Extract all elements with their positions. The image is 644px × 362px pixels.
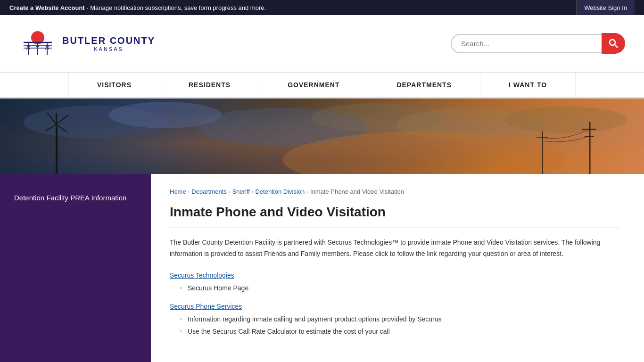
section-securus-technologies: Securus Technologies Securus Home Page	[170, 272, 620, 293]
nav-item-government[interactable]: GOVERNMENT	[259, 73, 368, 97]
content-wrapper: Detention Facility PREA Information Home…	[0, 174, 644, 362]
hero-silhouette	[0, 99, 644, 174]
top-bar: Create a Website Account - Manage notifi…	[0, 0, 644, 15]
main-content: Home › Departments › Sheriff › Detention…	[151, 174, 644, 362]
breadcrumb-departments[interactable]: Departments	[191, 188, 226, 195]
top-bar-message: Create a Website Account - Manage notifi…	[9, 4, 266, 11]
main-navigation: VISITORS RESIDENTS GOVERNMENT DEPARTMENT…	[0, 72, 644, 99]
hero-banner	[0, 99, 644, 174]
breadcrumb-sheriff[interactable]: Sheriff	[232, 188, 249, 195]
breadcrumb-detention-division[interactable]: Detention Division	[255, 188, 305, 195]
nav-item-residents[interactable]: RESIDENTS	[160, 73, 259, 97]
intro-text: The Butler County Detention Facility is …	[170, 237, 620, 260]
svg-point-25	[504, 107, 627, 133]
nav-item-i-want-to[interactable]: I WANT TO	[480, 73, 576, 97]
svg-rect-32	[589, 122, 591, 174]
svg-line-18	[615, 45, 618, 48]
search-input[interactable]	[451, 34, 602, 53]
section1-list: Securus Home Page	[170, 283, 620, 293]
svg-rect-27	[56, 113, 57, 174]
page-title: Inmate Phone and Video Visitation	[170, 205, 620, 228]
sidebar: Detention Facility PREA Information	[0, 174, 151, 362]
search-icon	[609, 39, 618, 48]
logo-area[interactable]: BUTLER COUNTY KANSAS	[19, 25, 155, 62]
sidebar-link-prea[interactable]: Detention Facility PREA Information	[14, 194, 126, 202]
nav-item-departments[interactable]: DEPARTMENTS	[368, 73, 480, 97]
section2-list: Information regarding inmate calling and…	[170, 314, 620, 337]
site-header: BUTLER COUNTY KANSAS	[0, 15, 644, 72]
top-bar-description: - Manage notification subscriptions, sav…	[86, 4, 266, 11]
nav-item-visitors[interactable]: VISITORS	[68, 73, 160, 97]
list-item: Use the Securus Call Rate Calculator to …	[179, 326, 620, 337]
search-button[interactable]	[602, 33, 625, 54]
search-area	[451, 33, 625, 54]
create-account-bold[interactable]: Create a Website Account	[9, 4, 85, 11]
list-item: Securus Home Page	[179, 283, 620, 293]
breadcrumb: Home › Departments › Sheriff › Detention…	[170, 188, 620, 195]
breadcrumb-home[interactable]: Home	[170, 188, 186, 195]
securus-phone-services-link[interactable]: Securus Phone Services	[170, 303, 620, 310]
breadcrumb-sep-3: ›	[252, 189, 254, 195]
breadcrumb-sep-4: ›	[306, 189, 308, 195]
list-item: Information regarding inmate calling and…	[179, 314, 620, 324]
county-name: BUTLER COUNTY	[62, 35, 155, 46]
breadcrumb-sep-2: ›	[229, 189, 231, 195]
securus-technologies-link[interactable]: Securus Technologies	[170, 272, 620, 279]
breadcrumb-sep-1: ›	[188, 189, 190, 195]
state-name: KANSAS	[94, 46, 124, 52]
website-sign-in-button[interactable]: Website Sign In	[576, 0, 635, 15]
section-securus-phone-services: Securus Phone Services Information regar…	[170, 303, 620, 337]
logo-text: BUTLER COUNTY KANSAS	[62, 35, 155, 52]
site-logo-icon	[19, 25, 57, 62]
breadcrumb-current: Inmate Phone and Video Visitation	[310, 188, 404, 195]
